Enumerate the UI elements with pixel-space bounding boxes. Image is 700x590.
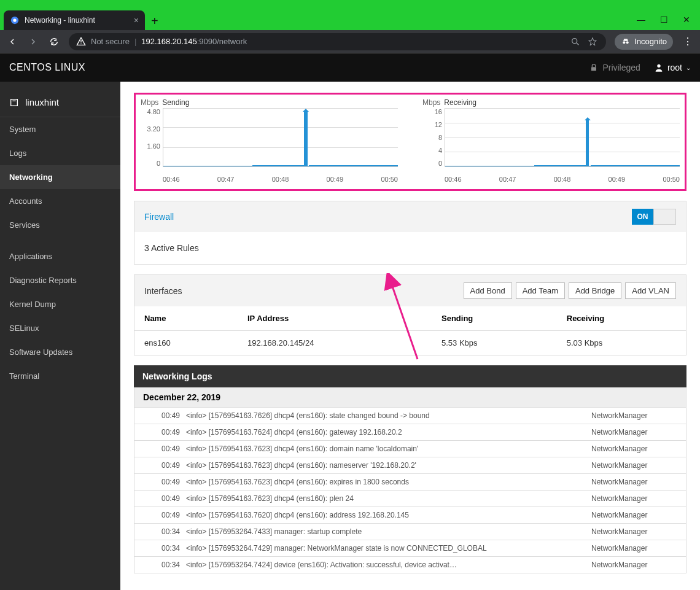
address-path: :9090/network	[197, 37, 247, 46]
forward-button[interactable]	[27, 36, 39, 48]
reload-button[interactable]	[48, 36, 60, 48]
log-entry[interactable]: 00:49<info> [1576954163.7623] dhcp4 (ens…	[134, 457, 686, 474]
cockpit-top-bar: CENTOS LINUX Privileged root ⌄	[0, 53, 700, 82]
y-tick: 4.80	[141, 108, 160, 115]
svg-rect-7	[11, 99, 18, 106]
sidebar-item-applications[interactable]: Applications	[0, 244, 120, 268]
logs-date: December 22, 2019	[134, 387, 686, 408]
log-source: NetworkManager	[591, 461, 677, 470]
log-time: 00:49	[143, 478, 186, 486]
maximize-icon[interactable]: ☐	[660, 15, 668, 25]
sidebar-item-services[interactable]: Services	[0, 213, 120, 237]
incognito-badge[interactable]: Incognito	[615, 34, 673, 50]
minimize-icon[interactable]: —	[637, 15, 645, 25]
log-source: NetworkManager	[591, 511, 677, 519]
charts-panel: Mbps Sending 4.803.201.600 00:4600:4700:…	[134, 93, 686, 191]
log-entry[interactable]: 00:49<info> [1576954163.7626] dhcp4 (ens…	[134, 408, 686, 424]
log-time: 00:49	[143, 511, 186, 519]
log-message: <info> [1576954163.7623] dhcp4 (ens160):…	[186, 461, 591, 470]
log-source: NetworkManager	[591, 544, 677, 553]
log-message: <info> [1576954163.7624] dhcp4 (ens160):…	[186, 428, 591, 437]
log-message: <info> [1576954163.7626] dhcp4 (ens160):…	[186, 411, 591, 420]
log-source: NetworkManager	[591, 561, 677, 569]
incognito-icon	[621, 37, 631, 47]
host-name: linuxhint	[25, 97, 59, 107]
x-tick: 00:47	[499, 176, 516, 183]
log-source: NetworkManager	[591, 411, 677, 420]
privileged-label[interactable]: Privileged	[602, 63, 640, 72]
back-button[interactable]	[6, 36, 18, 48]
user-icon	[654, 63, 664, 72]
sidebar-item-networking[interactable]: Networking	[0, 165, 120, 189]
add team-button[interactable]: Add Team	[516, 282, 565, 299]
zoom-icon[interactable]	[569, 36, 581, 48]
log-source: NetworkManager	[591, 428, 677, 437]
warning-icon	[76, 37, 86, 47]
browser-menu-icon[interactable]: ⋮	[682, 36, 694, 48]
sidebar-item-logs[interactable]: Logs	[0, 141, 120, 165]
chevron-down-icon: ⌄	[686, 64, 691, 71]
y-tick: 4	[422, 147, 442, 154]
add vlan-button[interactable]: Add VLAN	[625, 282, 676, 299]
log-entry[interactable]: 00:49<info> [1576954163.7623] dhcp4 (ens…	[134, 491, 686, 507]
svg-point-1	[13, 18, 16, 21]
browser-tab[interactable]: Networking - linuxhint ×	[4, 10, 145, 30]
bookmark-icon[interactable]	[586, 36, 599, 48]
server-icon	[9, 98, 19, 107]
address-host: 192.168.20.145	[141, 37, 196, 46]
address-bar[interactable]: Not secure | 192.168.20.145:9090/network	[69, 33, 606, 50]
log-message: <info> [1576953264.7433] manager: startu…	[186, 527, 591, 536]
firewall-link[interactable]: Firewall	[144, 212, 174, 222]
svg-point-2	[572, 38, 577, 43]
sidebar-item-kernel dump[interactable]: Kernel Dump	[0, 292, 120, 316]
x-tick: 00:47	[217, 176, 235, 183]
user-menu[interactable]: root ⌄	[654, 63, 691, 72]
receiving-plot	[445, 108, 680, 167]
x-tick: 00:48	[554, 176, 571, 183]
sidebar-item-selinux[interactable]: SELinux	[0, 316, 120, 340]
lock-icon	[589, 63, 599, 72]
log-message: <info> [1576953264.7429] manager: Networ…	[186, 544, 591, 553]
svg-rect-5	[591, 67, 596, 71]
log-time: 00:34	[143, 561, 186, 569]
log-entry[interactable]: 00:34<info> [1576953264.7433] manager: s…	[134, 524, 686, 540]
y-tick: 12	[422, 121, 442, 128]
x-tick: 00:49	[609, 176, 626, 183]
log-entry[interactable]: 00:34<info> [1576953264.7429] manager: N…	[134, 540, 686, 557]
svg-point-4	[626, 41, 629, 44]
sidebar-item-system[interactable]: System	[0, 117, 120, 141]
add bond-button[interactable]: Add Bond	[464, 282, 512, 299]
sidebar-item-terminal[interactable]: Terminal	[0, 364, 120, 388]
add bridge-button[interactable]: Add Bridge	[569, 282, 621, 299]
log-entry[interactable]: 00:34<info> [1576953264.7424] device (en…	[134, 557, 686, 573]
log-source: NetworkManager	[591, 527, 677, 536]
main-content[interactable]: Mbps Sending 4.803.201.600 00:4600:4700:…	[120, 82, 700, 590]
log-entry[interactable]: 00:49<info> [1576954163.7623] dhcp4 (ens…	[134, 474, 686, 491]
log-entry[interactable]: 00:49<info> [1576954163.7624] dhcp4 (ens…	[134, 424, 686, 441]
sidebar: linuxhint SystemLogsNetworkingAccountsSe…	[0, 82, 120, 590]
log-time: 00:49	[143, 494, 186, 503]
y-tick: 16	[422, 108, 442, 115]
col-name: Name	[134, 306, 238, 331]
interface-row[interactable]: ens160192.168.20.145/245.53 Kbps5.03 Kbp…	[134, 331, 686, 355]
log-entry[interactable]: 00:49<info> [1576954163.7623] dhcp4 (ens…	[134, 441, 686, 457]
host-header[interactable]: linuxhint	[0, 91, 120, 117]
sidebar-item-accounts[interactable]: Accounts	[0, 189, 120, 213]
x-tick: 00:48	[272, 176, 289, 183]
new-tab-button[interactable]: +	[145, 12, 165, 30]
svg-point-3	[623, 41, 626, 44]
user-name: root	[667, 63, 682, 72]
tab-title: Networking - linuxhint	[25, 16, 95, 25]
close-icon[interactable]: ✕	[683, 15, 690, 25]
sidebar-item-software updates[interactable]: Software Updates	[0, 340, 120, 364]
log-entry[interactable]: 00:49<info> [1576954163.7620] dhcp4 (ens…	[134, 507, 686, 524]
window-chrome	[0, 0, 700, 9]
interfaces-table: NameIP AddressSendingReceiving ens160192…	[134, 306, 686, 355]
toggle-on-label: ON	[632, 209, 653, 225]
tab-close-icon[interactable]: ×	[134, 15, 139, 25]
firewall-toggle[interactable]: ON	[632, 209, 676, 225]
receiving-chart: Mbps Receiving 1612840 00:4600:4700:4800…	[422, 98, 680, 183]
sending-unit: Mbps	[141, 98, 158, 107]
log-message: <info> [1576954163.7623] dhcp4 (ens160):…	[186, 444, 591, 453]
sidebar-item-diagnostic reports[interactable]: Diagnostic Reports	[0, 268, 120, 292]
